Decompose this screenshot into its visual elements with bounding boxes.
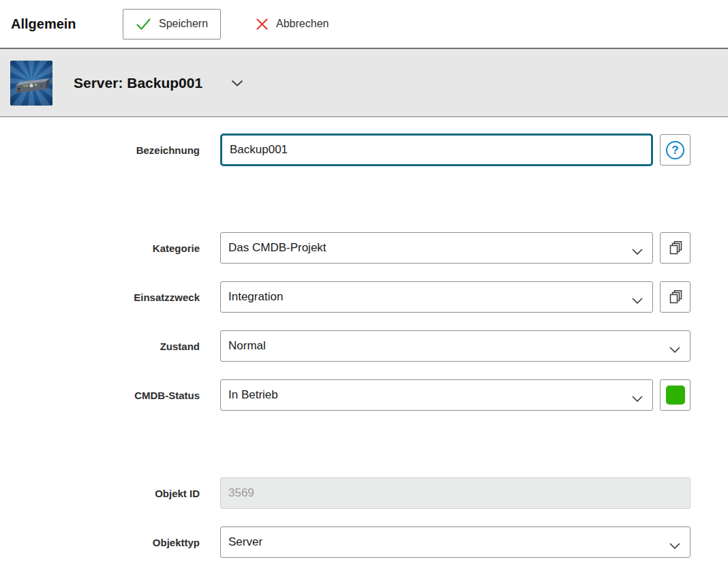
chevron-down-icon bbox=[632, 294, 643, 306]
x-icon bbox=[256, 18, 269, 31]
cmdb-status-color-button[interactable] bbox=[660, 379, 691, 411]
objekt-id-input bbox=[220, 477, 691, 509]
chevron-down-icon bbox=[632, 392, 643, 405]
check-icon bbox=[136, 18, 151, 31]
kategorie-browse-button[interactable] bbox=[660, 232, 691, 264]
cancel-button-label: Abbrechen bbox=[276, 18, 329, 30]
object-title: Server: Backup001 bbox=[74, 75, 202, 91]
objekt-id-label: Objekt ID bbox=[0, 488, 200, 499]
save-button[interactable]: Speichern bbox=[123, 9, 221, 40]
row-objekt-id: Objekt ID bbox=[0, 477, 728, 509]
objekttyp-label: Objekttyp bbox=[0, 537, 200, 548]
server-image-icon bbox=[10, 61, 52, 106]
cmdb-status-selected-value: In Betrieb bbox=[228, 388, 278, 402]
cmdb-status-select[interactable]: In Betrieb bbox=[220, 379, 653, 411]
objekttyp-selected-value: Server bbox=[228, 535, 262, 549]
top-action-bar: Allgemein Speichern Abbrechen bbox=[0, 0, 728, 48]
bezeichnung-input[interactable] bbox=[220, 133, 653, 166]
stacked-pages-icon bbox=[667, 240, 684, 256]
page: Allgemein Speichern Abbrechen bbox=[0, 0, 728, 566]
kategorie-select[interactable]: Das CMDB-Projekt bbox=[220, 232, 653, 264]
cancel-button[interactable]: Abbrechen bbox=[243, 9, 341, 40]
einsatzzweck-browse-button[interactable] bbox=[660, 281, 691, 313]
object-title-dropdown-chevron-icon[interactable] bbox=[231, 80, 243, 87]
zustand-selected-value: Normal bbox=[228, 339, 266, 353]
einsatzzweck-label: Einsatzzweck bbox=[0, 292, 200, 303]
chevron-down-icon bbox=[632, 245, 643, 257]
cmdb-status-label: CMDB-Status bbox=[0, 390, 200, 401]
question-circle-icon: ? bbox=[666, 141, 684, 159]
object-header: Server: Backup001 bbox=[0, 48, 728, 117]
category-title: Allgemein bbox=[11, 16, 123, 32]
row-bezeichnung: Bezeichnung ? bbox=[0, 133, 728, 166]
help-button[interactable]: ? bbox=[660, 134, 691, 166]
row-cmdb-status: CMDB-Status In Betrieb bbox=[0, 379, 728, 411]
status-green-square-icon bbox=[666, 386, 685, 405]
general-form: Bezeichnung ? Kategorie Das CMDB-Projekt bbox=[0, 117, 728, 566]
objekttyp-select[interactable]: Server bbox=[220, 526, 691, 558]
einsatzzweck-selected-value: Integration bbox=[228, 290, 283, 304]
einsatzzweck-select[interactable]: Integration bbox=[220, 281, 653, 313]
zustand-label: Zustand bbox=[0, 341, 200, 352]
bezeichnung-label: Bezeichnung bbox=[0, 144, 200, 156]
chevron-down-icon bbox=[669, 539, 680, 552]
save-button-label: Speichern bbox=[159, 18, 208, 30]
kategorie-label: Kategorie bbox=[0, 242, 200, 254]
row-kategorie: Kategorie Das CMDB-Projekt bbox=[0, 232, 728, 264]
stacked-pages-icon bbox=[667, 289, 684, 305]
chevron-down-icon bbox=[669, 343, 680, 356]
zustand-select[interactable]: Normal bbox=[220, 330, 691, 362]
row-zustand: Zustand Normal bbox=[0, 330, 728, 362]
kategorie-selected-value: Das CMDB-Projekt bbox=[228, 241, 327, 255]
row-objekttyp: Objekttyp Server bbox=[0, 526, 728, 558]
row-einsatzzweck: Einsatzzweck Integration bbox=[0, 281, 728, 313]
